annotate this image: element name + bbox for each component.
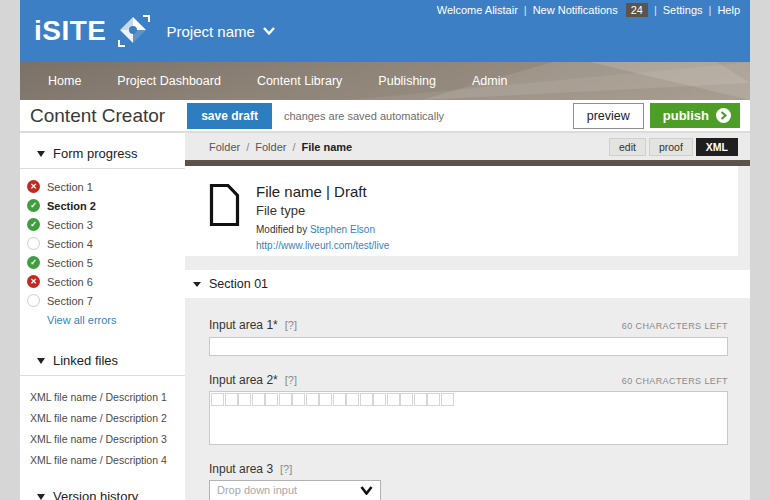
- collapse-triangle-icon: [37, 151, 45, 157]
- nav-items: Home Project Dashboard Content Library P…: [20, 62, 750, 100]
- save-draft-button[interactable]: save draft: [187, 103, 272, 129]
- linked-file-item[interactable]: XML file name / Description 3: [30, 428, 185, 449]
- breadcrumb-row: Folder / Folder / File name edit proof X…: [185, 133, 750, 160]
- nav-item-admin[interactable]: Admin: [472, 74, 507, 88]
- main-panel: Folder / Folder / File name edit proof X…: [185, 133, 750, 500]
- done-status-icon: [27, 256, 40, 269]
- form-progress-item[interactable]: Section 4: [20, 234, 185, 253]
- input-area-3-dropdown[interactable]: Drop down input: [209, 480, 381, 500]
- characters-left-counter: 60 CHARACTERS LEFT: [622, 376, 728, 386]
- main-navigation: Home Project Dashboard Content Library P…: [20, 62, 750, 100]
- linked-files-title: Linked files: [53, 353, 118, 368]
- input-area-2-field[interactable]: [209, 391, 728, 445]
- char-box: [400, 393, 413, 406]
- form-progress-title: Form progress: [53, 146, 138, 161]
- live-url-link[interactable]: http://www.liveurl.com/test/live: [256, 240, 389, 251]
- nav-item-publishing[interactable]: Publishing: [378, 74, 436, 88]
- isite-diamond-icon: [117, 14, 151, 48]
- notifications-link[interactable]: New Notifications: [533, 4, 618, 16]
- form-progress-header[interactable]: Form progress: [20, 133, 185, 169]
- modified-by-author-link[interactable]: Stephen Elson: [310, 224, 375, 235]
- input-area-1-field[interactable]: [209, 337, 728, 356]
- xml-view-button[interactable]: XML: [696, 138, 738, 156]
- help-icon[interactable]: [?]: [285, 374, 297, 386]
- char-box: [414, 393, 427, 406]
- error-status-icon: [27, 275, 40, 288]
- empty-status-icon: [27, 237, 40, 250]
- collapse-triangle-icon: [37, 358, 45, 364]
- help-link[interactable]: Help: [717, 4, 740, 16]
- section-01-header[interactable]: Section 01: [185, 270, 750, 298]
- form-progress-item[interactable]: Section 2: [20, 196, 185, 215]
- app-header: Welcome Alistair | New Notifications 24 …: [20, 0, 750, 62]
- sidebar: Form progress Section 1 Section 2 Sectio…: [20, 133, 185, 500]
- linked-file-item[interactable]: XML file name / Description 2: [30, 407, 185, 428]
- proof-view-button[interactable]: proof: [649, 138, 693, 156]
- field-label: Input area 1*: [209, 318, 278, 332]
- version-history-header[interactable]: Version history: [20, 476, 185, 500]
- linked-files-header[interactable]: Linked files: [20, 340, 185, 376]
- char-box-row: [211, 393, 726, 406]
- nav-item-content-library[interactable]: Content Library: [257, 74, 342, 88]
- section-label: Section 7: [47, 295, 93, 307]
- char-box: [360, 393, 373, 406]
- dropdown-placeholder: Drop down input: [217, 484, 360, 496]
- notifications-count-badge[interactable]: 24: [626, 3, 648, 17]
- char-box: [225, 393, 238, 406]
- file-modified: Modified by Stephen Elson: [256, 224, 389, 235]
- char-box: [252, 393, 265, 406]
- help-icon[interactable]: [?]: [280, 463, 292, 475]
- char-box: [373, 393, 386, 406]
- edit-view-button[interactable]: edit: [609, 138, 646, 156]
- dropdown-chevron-icon: [360, 486, 373, 495]
- form-progress-item[interactable]: Section 7: [20, 291, 185, 310]
- form-progress-item[interactable]: Section 1: [20, 177, 185, 196]
- spacer: [185, 256, 750, 270]
- collapse-triangle-icon: [193, 282, 201, 287]
- section-label: Section 1: [47, 181, 93, 193]
- breadcrumb-folder[interactable]: Folder: [209, 141, 240, 153]
- done-status-icon: [27, 199, 40, 212]
- char-box: [211, 393, 224, 406]
- field-input-area-1: Input area 1* [?] 60 CHARACTERS LEFT: [209, 318, 728, 356]
- preview-button[interactable]: preview: [573, 103, 644, 129]
- section-label: Section 3: [47, 219, 93, 231]
- breadcrumb: Folder / Folder / File name: [209, 141, 609, 153]
- section-label: Section 2: [47, 200, 96, 212]
- autosave-note: changes are saved automatically: [284, 110, 573, 122]
- chevron-down-icon: [263, 27, 275, 35]
- page-title: Content Creator: [30, 105, 165, 127]
- char-box: [306, 393, 319, 406]
- linked-files-list: XML file name / Description 1 XML file n…: [20, 376, 185, 476]
- form-progress-item[interactable]: Section 5: [20, 253, 185, 272]
- linked-file-item[interactable]: XML file name / Description 4: [30, 449, 185, 470]
- char-box: [427, 393, 440, 406]
- publish-button[interactable]: publish: [650, 103, 740, 128]
- char-box: [346, 393, 359, 406]
- nav-item-home[interactable]: Home: [48, 74, 81, 88]
- collapse-triangle-icon: [37, 494, 45, 500]
- isite-logo[interactable]: iSITE: [34, 17, 107, 45]
- char-box: [279, 393, 292, 406]
- form-progress-item[interactable]: Section 6: [20, 272, 185, 291]
- settings-link[interactable]: Settings: [663, 4, 703, 16]
- view-all-errors-link[interactable]: View all errors: [47, 314, 185, 326]
- form-progress-item[interactable]: Section 3: [20, 215, 185, 234]
- field-label-row: Input area 3 [?]: [209, 462, 728, 476]
- topbar-separator: |: [654, 4, 657, 16]
- nav-item-project-dashboard[interactable]: Project Dashboard: [117, 74, 221, 88]
- file-info-card: File name | Draft File type Modified by …: [185, 166, 738, 256]
- char-box: [387, 393, 400, 406]
- modified-by-prefix: Modified by: [256, 224, 307, 235]
- error-status-icon: [27, 180, 40, 193]
- help-icon[interactable]: [?]: [285, 319, 297, 331]
- field-label: Input area 3: [209, 462, 273, 476]
- project-selector[interactable]: Project name: [167, 23, 275, 40]
- breadcrumb-separator: /: [246, 141, 249, 153]
- view-mode-buttons: edit proof XML: [609, 138, 738, 156]
- empty-status-icon: [27, 294, 40, 307]
- linked-file-item[interactable]: XML file name / Description 1: [30, 386, 185, 407]
- breadcrumb-folder[interactable]: Folder: [255, 141, 286, 153]
- form-progress-list: Section 1 Section 2 Section 3 Section 4: [20, 169, 185, 340]
- breadcrumb-current-file: File name: [302, 141, 353, 153]
